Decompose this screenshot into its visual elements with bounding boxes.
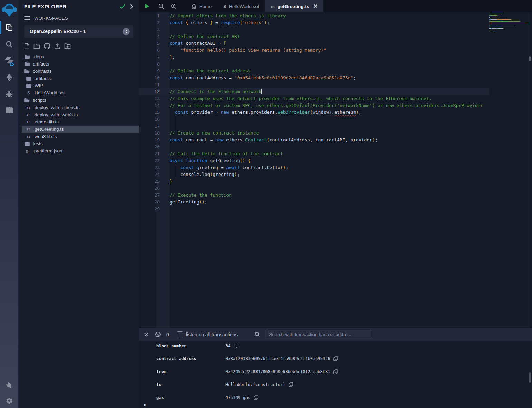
sidebar-item-solidity-compiler[interactable] — [0, 52, 18, 69]
tree-item-label: .deps — [33, 54, 44, 59]
tree-item-web3-lib-ts[interactable]: TSweb3-lib.ts — [18, 133, 139, 140]
check-icon[interactable] — [119, 4, 125, 9]
line-number: 9 — [139, 68, 160, 74]
terminal-scrollbar-thumb[interactable] — [529, 372, 531, 383]
new-file-icon[interactable] — [24, 43, 30, 49]
line-number: 20 — [139, 143, 160, 150]
run-script-button[interactable] — [139, 0, 155, 12]
tree-item-helloworld-sol[interactable]: SHelloWorld.sol — [18, 89, 139, 97]
copy-icon[interactable] — [254, 395, 258, 400]
tree-item-wip[interactable]: WIP — [18, 82, 139, 89]
close-tab-icon[interactable]: ✕ — [313, 3, 318, 9]
panel-title: FILE EXPLORER — [24, 3, 119, 9]
code-line-5: 5const contractABI = [ — [139, 40, 489, 47]
tree-item-contracts[interactable]: contracts — [18, 68, 139, 75]
terminal-search-input[interactable]: Search with transaction hash or addre... — [265, 330, 371, 339]
sidebar-item-debugger[interactable] — [0, 86, 18, 102]
tree-item-label: web3-lib.ts — [35, 134, 57, 139]
line-number: 15 — [139, 109, 160, 116]
terminal-search-icon — [254, 331, 260, 337]
line-number: 12 — [139, 88, 160, 95]
line-number: 7 — [139, 54, 160, 61]
new-folder-icon[interactable] — [33, 43, 40, 49]
editor-scrollbar[interactable] — [528, 12, 532, 328]
tree-item-deploy-with-ethers-ts[interactable]: TSdeploy_with_ethers.ts — [18, 104, 139, 111]
line-number: 19 — [139, 137, 160, 143]
folder-open-icon — [24, 98, 30, 102]
tx-detail-value: HelloWorld.(constructor) — [225, 382, 285, 387]
tx-detail-value: 34 — [225, 344, 230, 348]
code-line-7: 7]; — [139, 54, 489, 61]
tx-detail-value: 0x42452c22c88178685850e68beb6cf0f2aeab8f… — [225, 369, 330, 374]
tree-item-scripts[interactable]: scripts — [18, 97, 139, 104]
code-line-15: 15 const provider = new ethers.providers… — [139, 109, 489, 116]
tree-item--deps[interactable]: .deps — [18, 53, 139, 60]
tree-item--prettierrc-json[interactable]: {}.prettierrc.json — [18, 147, 139, 155]
tree-item-label: tests — [33, 141, 43, 146]
tree-item-deploy-with-web3-ts[interactable]: TSdeploy_with_web3.ts — [18, 111, 139, 118]
ts-icon: TS — [26, 135, 31, 138]
line-number: 5 — [139, 40, 160, 47]
copy-icon[interactable] — [234, 344, 238, 348]
code-line-4: 4// Define the contract ABI — [139, 33, 489, 40]
line-number: 29 — [139, 206, 160, 212]
tree-item-label: contracts — [33, 69, 52, 74]
tree-item-label: artifacts — [33, 61, 49, 67]
upload-file-icon[interactable] — [54, 43, 60, 49]
line-number: 10 — [139, 74, 160, 81]
code-line-29: 29 — [139, 206, 489, 212]
sidebar-item-file-explorer[interactable] — [0, 19, 18, 36]
tx-detail-label: gas — [156, 395, 164, 400]
line-number: 4 — [139, 33, 160, 40]
tree-item-getgreeting-ts[interactable]: TSgetGreeting.ts — [18, 126, 139, 133]
ts-icon: TS — [26, 113, 31, 117]
tx-detail-value: 475149 gas — [225, 395, 250, 400]
terminal-prompt[interactable]: > — [144, 402, 146, 407]
zoom-in-icon[interactable] — [167, 0, 180, 12]
line-number: 21 — [139, 150, 160, 157]
workspace-select[interactable]: OpenZeppelin ERC20 - 1 — [24, 25, 133, 38]
tab-home[interactable]: Home — [185, 0, 217, 12]
copy-icon[interactable] — [333, 356, 338, 361]
code-line-1: 1// Import ethers from the ethers.js lib… — [139, 12, 489, 19]
editor-scrollbar-thumb[interactable] — [529, 56, 531, 61]
code-line-17: 17 — [139, 123, 489, 130]
copy-icon[interactable] — [289, 382, 293, 387]
tree-item-tests[interactable]: tests — [18, 140, 139, 147]
workspaces-label: WORKSPACES — [34, 16, 68, 21]
sidebar-item-deploy-run[interactable] — [0, 69, 18, 86]
tab-bar: HomeSHelloWorld.solTSgetGreeting.ts✕ — [139, 0, 532, 12]
tab-getgreeting-ts[interactable]: TSgetGreeting.ts✕ — [265, 0, 323, 12]
clear-console-icon[interactable] — [155, 331, 161, 337]
sidebar-item-search[interactable] — [0, 36, 18, 52]
listen-transactions-checkbox[interactable] — [177, 331, 183, 337]
tree-item-ethers-lib-ts[interactable]: TSethers-lib.ts — [18, 118, 139, 126]
sidebar-item-learneth[interactable] — [0, 102, 18, 119]
upload-folder-icon[interactable] — [64, 43, 71, 49]
github-icon[interactable] — [44, 43, 50, 49]
code-line-20: 20 — [139, 143, 489, 150]
tree-item-label: artifacts — [35, 76, 51, 81]
zoom-out-icon[interactable] — [155, 0, 167, 12]
listen-transactions-label: listen on all transactions — [186, 332, 238, 337]
chevron-right-icon[interactable] — [130, 4, 133, 9]
workspaces-menu-icon[interactable] — [24, 15, 30, 21]
line-number: 16 — [139, 116, 160, 123]
sidebar-item-settings[interactable] — [0, 394, 18, 408]
copy-icon[interactable] — [333, 369, 338, 374]
solidity-icon: S — [223, 4, 226, 9]
tree-item-artifacts[interactable]: artifacts — [18, 60, 139, 68]
workspace-select-toggle-icon[interactable] — [123, 28, 130, 35]
code-line-24: 24 console.log(greeting); — [139, 171, 489, 178]
remix-logo[interactable] — [0, 0, 18, 19]
sidebar-item-plugin-manager[interactable] — [0, 377, 18, 394]
line-number: 22 — [139, 157, 160, 164]
tab-helloworld-sol[interactable]: SHelloWorld.sol — [217, 0, 265, 12]
collapse-terminal-icon[interactable] — [144, 332, 149, 337]
line-number: 8 — [139, 61, 160, 68]
tab-label: getGreeting.ts — [278, 4, 309, 9]
editor-pane: HomeSHelloWorld.solTSgetGreeting.ts✕ 1//… — [139, 0, 532, 408]
code-line-6: 6 "function hello() public view returns … — [139, 47, 489, 54]
code-editor[interactable]: 1// Import ethers from the ethers.js lib… — [139, 12, 532, 328]
tree-item-artifacts[interactable]: artifacts — [18, 75, 139, 82]
